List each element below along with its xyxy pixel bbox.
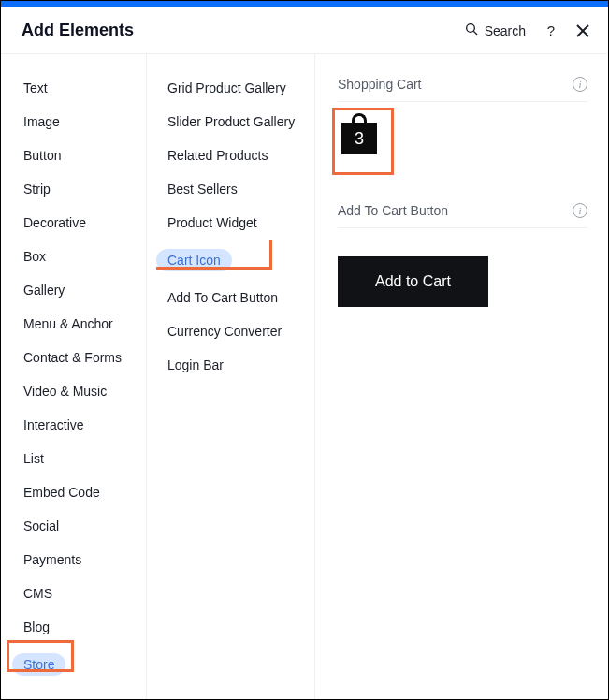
section-add-to-cart-title: Add To Cart Button <box>338 203 448 218</box>
category-payments[interactable]: Payments <box>23 543 137 576</box>
sub-related-products[interactable]: Related Products <box>167 139 309 172</box>
svg-point-0 <box>466 24 474 33</box>
shopping-bag-icon: 3 <box>341 113 377 154</box>
category-blog[interactable]: Blog <box>23 610 137 644</box>
search-icon <box>464 22 479 39</box>
add-elements-panel: Add Elements Search ? Text Image Button … <box>0 0 609 700</box>
category-social[interactable]: Social <box>23 509 137 543</box>
category-store-label: Store <box>12 653 65 676</box>
info-icon[interactable]: i <box>573 77 587 92</box>
panel-body: Text Image Button Strip Decorative Box G… <box>1 54 608 699</box>
section-add-to-cart: Add To Cart Button i <box>338 197 587 228</box>
window-accent-bar <box>1 1 608 7</box>
panel-header: Add Elements Search ? <box>1 7 608 54</box>
category-gallery[interactable]: Gallery <box>23 273 137 307</box>
header-actions: Search ? <box>464 22 589 39</box>
search-button[interactable]: Search <box>464 22 526 39</box>
category-menu-anchor[interactable]: Menu & Anchor <box>23 307 137 341</box>
sub-grid-product-gallery[interactable]: Grid Product Gallery <box>167 71 309 105</box>
category-text[interactable]: Text <box>23 71 137 105</box>
add-to-cart-button-preview[interactable]: Add to Cart <box>338 256 488 307</box>
panel-title: Add Elements <box>22 21 134 40</box>
sub-cart-icon-label: Cart Icon <box>156 249 232 271</box>
category-video-music[interactable]: Video & Music <box>23 374 137 408</box>
section-shopping-cart-title: Shopping Cart <box>338 77 422 92</box>
sub-slider-product-gallery[interactable]: Slider Product Gallery <box>167 105 309 139</box>
cart-count: 3 <box>355 129 364 149</box>
category-list: Text Image Button Strip Decorative Box G… <box>1 54 147 699</box>
category-store[interactable]: Store <box>12 644 65 685</box>
sub-currency-converter[interactable]: Currency Converter <box>167 314 309 348</box>
sub-add-to-cart-button[interactable]: Add To Cart Button <box>167 281 309 314</box>
category-list[interactable]: List <box>23 442 137 475</box>
cart-icon-preview[interactable]: 3 <box>338 113 388 169</box>
section-shopping-cart: Shopping Cart i <box>338 71 587 102</box>
subcategory-list: Grid Product Gallery Slider Product Gall… <box>147 54 315 699</box>
help-button[interactable]: ? <box>543 22 559 39</box>
category-strip[interactable]: Strip <box>23 172 137 206</box>
category-button[interactable]: Button <box>23 139 137 172</box>
sub-login-bar[interactable]: Login Bar <box>167 348 309 382</box>
info-icon[interactable]: i <box>573 203 587 218</box>
close-button[interactable] <box>576 24 589 37</box>
category-box[interactable]: Box <box>23 240 137 273</box>
svg-line-1 <box>473 31 477 35</box>
category-cms[interactable]: CMS <box>23 576 137 610</box>
preview-column: Shopping Cart i 3 Add To Cart Button i A… <box>315 54 608 699</box>
category-embed-code[interactable]: Embed Code <box>23 475 137 509</box>
category-image[interactable]: Image <box>23 105 137 139</box>
sub-best-sellers[interactable]: Best Sellers <box>167 172 309 206</box>
category-contact-forms[interactable]: Contact & Forms <box>23 341 137 374</box>
sub-cart-icon[interactable]: Cart Icon <box>156 240 309 281</box>
category-decorative[interactable]: Decorative <box>23 206 137 240</box>
category-interactive[interactable]: Interactive <box>23 408 137 442</box>
search-label: Search <box>485 23 526 38</box>
sub-product-widget[interactable]: Product Widget <box>167 206 309 240</box>
